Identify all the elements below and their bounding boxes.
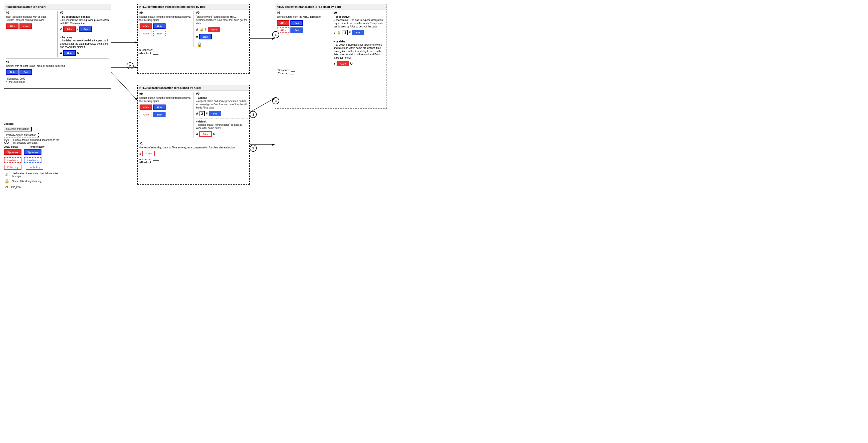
funding-input1-text: input(s) with at least `stake` amount co… bbox=[6, 64, 109, 68]
alice-conf-sig: Alice bbox=[140, 24, 152, 29]
hash-sym-conf-1: # bbox=[196, 28, 198, 31]
legend-local-party: Local party: bbox=[4, 145, 18, 148]
alice-sig-fund-out: Alice bbox=[63, 27, 76, 32]
hash-sym-2: # bbox=[76, 28, 78, 31]
circle-2: 2 bbox=[127, 62, 133, 69]
alice-settle-delay-sig: Alice bbox=[337, 61, 349, 66]
legend-circle-label: Final outcome numbered according to the … bbox=[13, 139, 61, 144]
funding-output0-right: #0 – by cooperative closing: – by cooper… bbox=[60, 11, 110, 57]
htlc-fallback-left-text: spends output from the funding transacti… bbox=[140, 96, 191, 103]
htlc-settlement-box: HTLC settlement transaction (pre-signed … bbox=[275, 4, 387, 108]
funding-nseq: nSequence: 0x00 bbox=[6, 77, 109, 80]
legend-onchain-box: On-chain transaction bbox=[4, 127, 32, 132]
htlc-conf-section: #0 spends output from the funding transa… bbox=[140, 11, 248, 47]
htlc-conf-left-text: spends output from the funding transacti… bbox=[140, 15, 191, 22]
alice-settle-sig: Alice bbox=[277, 20, 289, 26]
htlc-settlement-title: HTLC settlement transaction (pre-signed … bbox=[275, 4, 386, 9]
legend-bob-sig: Signature bbox=[24, 149, 41, 155]
htlc-settlement-content: #0 spends output from the HTLC fallback … bbox=[275, 9, 386, 76]
csv-icon-1: ↻ bbox=[76, 51, 80, 55]
bob-conf-unsigned: Bob bbox=[153, 31, 165, 36]
htlc-fallback-appeal-sigs: # 2 # Bob bbox=[196, 110, 248, 117]
hash-sym-3: # bbox=[60, 51, 62, 55]
funding-input1-left: #1 input(s) with at least `stake` amount… bbox=[6, 60, 109, 76]
funding-output0-sigs: # Alice # Bob bbox=[60, 26, 110, 32]
legend-circle: 1 Final outcome numbered according to th… bbox=[4, 139, 61, 144]
alice-conf-unsigned: Alice bbox=[140, 31, 152, 36]
funding-input1-num: #1 bbox=[6, 60, 109, 64]
htlc-fallback-right: #0 – appeal: – appeal: stake and some pr… bbox=[196, 92, 248, 138]
htlc-fallback-default-label: – default: bbox=[196, 120, 248, 123]
htlc-settle-right-num: #0 bbox=[334, 11, 385, 14]
legend-remote-party: Remote party: bbox=[28, 145, 45, 148]
hash-sym-1: # bbox=[60, 28, 62, 31]
htlc-settle-unsigned-sigs: Alice Bob bbox=[277, 27, 329, 33]
lock-settle: 🔒 bbox=[337, 30, 341, 34]
hash-sym-fb-1: # bbox=[196, 112, 198, 115]
htlc-conf-left-sigs: Alice Bob bbox=[140, 23, 191, 29]
funding-output0-coop-text: – by cooperative closing: Alice provides… bbox=[60, 19, 110, 25]
funding-output0-delay: – by delay: bbox=[60, 36, 110, 39]
legend-alice-sig: Signature bbox=[4, 149, 22, 155]
funding-output-section: #0 input (possible multiple) with at lea… bbox=[6, 11, 109, 57]
htlc-fallback-default-sigs: # Alice ↻ bbox=[196, 131, 248, 137]
htlc-conf-unsigned-sigs: Alice Bob bbox=[140, 30, 191, 37]
htlc-conf-right: #0 `stake+reward` output goes to HTLC se… bbox=[196, 11, 248, 47]
legend-partial-label: Partially-signed transaction bbox=[6, 134, 36, 136]
funding-tx-box: Funding transaction (on-chain) #0 input … bbox=[4, 4, 111, 89]
circle-1: 1 bbox=[272, 31, 279, 38]
alice-fallback-out1-sig: Alice bbox=[142, 151, 155, 156]
htlc-settle-left: #0 spends output from the HTLC fallback … bbox=[277, 11, 329, 34]
hash-sym-conf-3: # bbox=[196, 35, 198, 39]
funding-output0-delay-text: – by delay: in case Alice did not appear… bbox=[60, 39, 110, 48]
htlc-conf-nseq: nSequence: ____ bbox=[140, 48, 248, 52]
htlc-settle-section: #0 spends output from the HTLC fallback … bbox=[277, 11, 385, 68]
lock-icon-conf: 🔒 bbox=[199, 28, 204, 31]
htlc-fallback-divider bbox=[193, 92, 194, 138]
legend-alice-pubkey: Public key bbox=[4, 165, 22, 170]
hash-sym-fb-3: # bbox=[196, 132, 198, 136]
hash-sym-settle-2: # bbox=[349, 31, 350, 34]
funding-output0-coop: – by cooperative closing: bbox=[60, 15, 110, 19]
funding-input-text: input (possible multiple) with at least … bbox=[6, 15, 55, 22]
bob-settle-unsigned-blue: Bob bbox=[290, 28, 303, 33]
funding-tx-title: Funding transaction (on-chain) bbox=[4, 4, 111, 9]
legend-onchain: On-chain transaction bbox=[4, 127, 61, 132]
settle-divider bbox=[334, 38, 385, 38]
fallback-divider bbox=[196, 118, 248, 118]
htlc-fallback-section0: #0 spends output from the funding transa… bbox=[140, 92, 248, 138]
funding-ntime: nTimeLock: 0x00 bbox=[6, 80, 109, 83]
fund-main-divider bbox=[6, 58, 109, 59]
htlc-fallback-right-num: #0 bbox=[196, 92, 248, 96]
circle-4: 4 bbox=[250, 111, 257, 118]
alice-fallback-unsigned: Alice bbox=[140, 112, 152, 117]
legend-bob-pubkey: Public key bbox=[26, 165, 43, 170]
funding-output0-num: #0 bbox=[60, 11, 110, 14]
htlc-fallback-content: #0 spends output from the funding transa… bbox=[138, 91, 249, 165]
alice-sig-solid-2: Alice bbox=[20, 24, 32, 29]
htlc-fallback-out1-num: #1 bbox=[140, 142, 248, 145]
htlc-confirmation-title: HTLC confirmation transaction (pre-signe… bbox=[138, 4, 249, 9]
htlc-fallback-appeal-label: – appeal: bbox=[196, 96, 248, 100]
legend-partial-box: Partially-signed transaction bbox=[4, 133, 39, 137]
funding-input1-section: #1 input(s) with at least `stake` amount… bbox=[6, 60, 109, 76]
alice-conf-right-sig: Alice bbox=[208, 27, 220, 32]
htlc-fallback-title: HTLC fallback transaction (pre-signed by… bbox=[138, 85, 249, 91]
htlc-fallback-box: HTLC fallback transaction (pre-signed by… bbox=[137, 85, 250, 184]
legend-hash: # Hash value of everything that follows … bbox=[4, 172, 61, 178]
htlc-settle-coop-sigs: # 🔒 3 # Bob bbox=[334, 29, 385, 36]
htlc-fallback-out1-sigs: # Alice bbox=[140, 150, 248, 157]
divider-1 bbox=[57, 11, 58, 57]
legend-lock: 🔒 Secret (like decryption key) bbox=[4, 179, 61, 183]
funding-input-left: #0 input (possible multiple) with at lea… bbox=[6, 11, 55, 30]
csv-icon-fb: ↻ bbox=[213, 132, 216, 136]
htlc-settle-delay-sigs: # Alice ↻ bbox=[334, 60, 385, 67]
circle-3: 3 bbox=[272, 97, 279, 104]
legend-box: Legend: On-chain transaction Partially-s… bbox=[4, 122, 61, 191]
htlc-settle-coop-label: – cooperative: bbox=[334, 15, 385, 19]
htlc-conf-divider bbox=[193, 11, 194, 47]
legend-parties-header: Local party: Remote party: bbox=[4, 145, 61, 148]
num-3-badge: 3 bbox=[343, 30, 348, 35]
funding-tx-content: #0 input (possible multiple) with at lea… bbox=[4, 9, 111, 85]
hash-sym-fb-out1: # bbox=[140, 152, 141, 156]
